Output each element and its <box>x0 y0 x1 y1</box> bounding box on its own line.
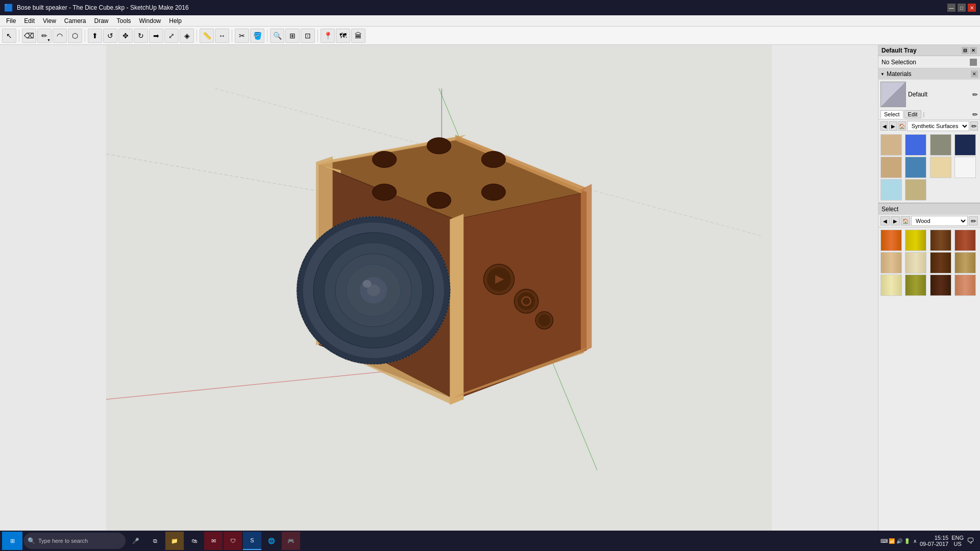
wood-swatch-darkbrown[interactable] <box>930 252 951 273</box>
material-preview: Default ✏ <box>878 80 980 109</box>
no-selection-text: No Selection <box>881 59 916 66</box>
search-icon: 🔍 <box>28 537 35 544</box>
swatch-steelblue[interactable] <box>905 157 926 178</box>
tool-geo-location[interactable]: 🗺 <box>336 29 350 43</box>
tool-move[interactable]: ✥ <box>118 29 133 43</box>
paint-icon[interactable]: ✏ <box>972 111 978 118</box>
tool-dimensions[interactable]: ↔ <box>215 29 229 43</box>
tool-push-pull[interactable]: ⬆ <box>88 29 102 43</box>
wood-swatch-lightyellow[interactable] <box>880 274 902 296</box>
tool-zoom-window[interactable]: ⊞ <box>285 29 300 43</box>
start-icon: ⊞ <box>10 538 15 544</box>
materials-close-button[interactable]: ✕ <box>971 70 978 78</box>
tray-arrow[interactable]: ∧ <box>913 538 917 544</box>
menu-draw[interactable]: Draw <box>90 16 113 26</box>
close-button[interactable]: ✕ <box>968 4 976 12</box>
file-explorer-button[interactable]: 📁 <box>165 532 184 550</box>
menu-camera[interactable]: Camera <box>60 16 90 26</box>
chrome-button[interactable]: 🌐 <box>262 532 281 550</box>
menu-file[interactable]: File <box>2 16 20 26</box>
wood-swatch-olive[interactable] <box>905 274 926 296</box>
tool-zoom-extents[interactable]: ⊡ <box>301 29 315 43</box>
tool-paint-bucket[interactable]: 🪣 <box>250 29 264 43</box>
wood-nav-home[interactable]: 🏠 <box>901 216 910 226</box>
swatch-blue[interactable] <box>905 134 926 156</box>
menu-edit[interactable]: Edit <box>20 16 39 26</box>
tool-section-plane[interactable]: ✂ <box>235 29 249 43</box>
tool-tape-measure[interactable]: 📏 <box>200 29 214 43</box>
swatch-tan[interactable] <box>880 134 902 156</box>
tray-close-button[interactable]: ✕ <box>970 47 977 54</box>
start-button[interactable]: ⊞ <box>2 532 22 550</box>
sketchup-button[interactable]: S <box>243 532 261 550</box>
tool-follow-me[interactable]: ➡ <box>149 29 163 43</box>
wood-swatch-yellow[interactable] <box>905 230 926 251</box>
mat-nav-home[interactable]: 🏠 <box>898 121 906 131</box>
swatch-tan2[interactable] <box>880 157 902 178</box>
material-edit-icon[interactable]: ✏ <box>972 91 978 98</box>
entity-info-icon[interactable] <box>970 59 977 66</box>
tool-orbit[interactable]: ↺ <box>103 29 117 43</box>
tool-3d-warehouse[interactable]: 🏛 <box>351 29 365 43</box>
wood-nav-forward[interactable]: ▶ <box>891 216 900 226</box>
tab-separator: | <box>923 111 925 117</box>
tray-expand-button[interactable]: ⊟ <box>962 47 969 54</box>
mic-button[interactable]: 🎤 <box>127 532 145 550</box>
wood-category-select[interactable]: Wood <box>911 216 968 226</box>
swatch-darkblue[interactable] <box>954 134 976 156</box>
tool-scale[interactable]: ⤢ <box>164 29 179 43</box>
menu-help[interactable]: Help <box>165 16 186 26</box>
wood-swatch-brown[interactable] <box>930 230 951 251</box>
tab-edit[interactable]: Edit <box>904 110 921 118</box>
materials-header[interactable]: ▼ Materials ✕ <box>878 68 980 80</box>
tool-rotate[interactable]: ↻ <box>134 29 148 43</box>
wood-nav: ◀ ▶ 🏠 Wood ✏ <box>878 215 980 228</box>
search-bar[interactable]: 🔍 Type here to search <box>23 533 126 549</box>
mat-nav-forward[interactable]: ▶ <box>889 121 897 131</box>
tool-arc[interactable]: ◠ <box>53 29 67 43</box>
store-button[interactable]: 🛍 <box>185 532 203 550</box>
tool-zoom[interactable]: 🔍 <box>270 29 284 43</box>
app7-button[interactable]: 🎮 <box>282 532 300 550</box>
tool-select[interactable]: ↖ <box>2 29 16 43</box>
wood-section: Select ◀ ▶ 🏠 Wood ✏ <box>878 203 980 298</box>
swatch-lightblue[interactable] <box>880 179 902 201</box>
clock[interactable]: 15:15 09-07-2017 <box>920 535 948 547</box>
tool-add-location[interactable]: 📍 <box>321 29 335 43</box>
tool-shapes[interactable]: ⬡ <box>68 29 82 43</box>
wood-swatch-light[interactable] <box>880 252 902 273</box>
wood-swatches <box>878 228 980 298</box>
maximize-button[interactable]: □ <box>958 4 966 12</box>
wood-paint-button[interactable]: ✏ <box>969 216 978 226</box>
app-button-1[interactable]: 🛡 <box>224 532 242 550</box>
wood-nav-back[interactable]: ◀ <box>880 216 890 226</box>
viewport[interactable] <box>0 45 878 536</box>
minimize-button[interactable]: — <box>947 4 955 12</box>
swatch-gray[interactable] <box>930 134 951 156</box>
wood-swatch-orange[interactable] <box>880 230 902 251</box>
task-view-button[interactable]: ⧉ <box>146 532 164 550</box>
tool-pencil[interactable]: ✏▼ <box>37 29 52 43</box>
tab-select[interactable]: Select <box>880 110 903 118</box>
menu-window[interactable]: Window <box>135 16 165 26</box>
wood-swatch-pale[interactable] <box>905 252 926 273</box>
svg-point-27 <box>362 280 371 288</box>
menu-tools[interactable]: Tools <box>113 16 135 26</box>
region: US <box>951 541 964 547</box>
material-category-select[interactable]: Synthetic Surfaces <box>907 121 969 131</box>
mail-button[interactable]: ✉ <box>204 532 223 550</box>
wood-swatch-salmon[interactable] <box>954 274 976 296</box>
wood-swatch-tan[interactable] <box>954 252 976 273</box>
swatch-white[interactable] <box>954 157 976 178</box>
svg-point-39 <box>518 292 535 310</box>
notification-button[interactable]: 🗨 <box>967 537 974 545</box>
wood-swatch-redbrown[interactable] <box>954 230 976 251</box>
tool-offset[interactable]: ◈ <box>180 29 194 43</box>
swatch-sand[interactable] <box>905 179 926 201</box>
tool-eraser[interactable]: ⌫ <box>22 29 36 43</box>
menu-view[interactable]: View <box>39 16 60 26</box>
wood-swatch-deepbrown[interactable] <box>930 274 951 296</box>
mat-paint-button[interactable]: ✏ <box>970 121 978 131</box>
mat-nav-back[interactable]: ◀ <box>880 121 888 131</box>
swatch-beige[interactable] <box>930 157 951 178</box>
